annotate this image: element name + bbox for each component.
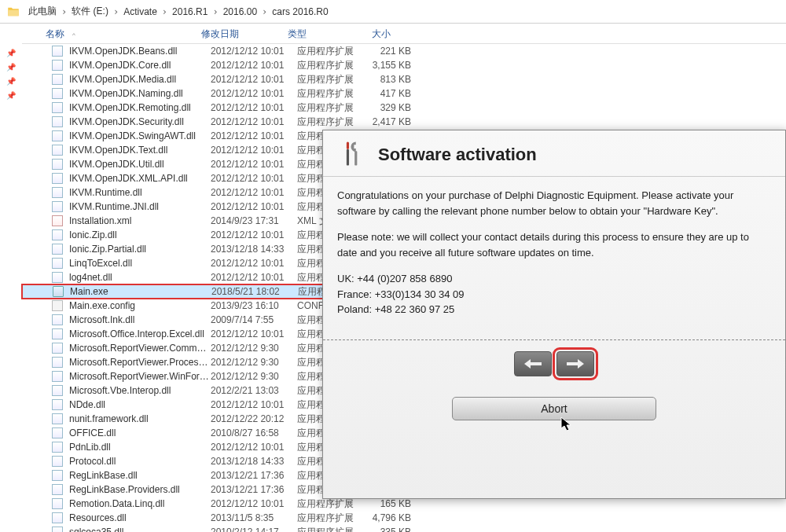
abort-button[interactable]: Abort <box>452 397 656 420</box>
file-icon <box>50 215 64 226</box>
file-icon <box>50 300 64 311</box>
file-row[interactable]: IKVM.OpenJDK.Core.dll2012/12/12 10:01应用程… <box>22 58 786 72</box>
file-size: 813 KB <box>368 74 423 85</box>
folder-icon <box>6 5 20 19</box>
file-date: 2014/9/23 17:31 <box>211 215 297 226</box>
pin-icon[interactable]: 📌 <box>0 88 22 102</box>
file-date: 2012/12/12 10:01 <box>211 46 297 57</box>
file-icon <box>50 385 64 396</box>
file-icon <box>50 116 64 127</box>
file-name: IKVM.OpenJDK.SwingAWT.dll <box>69 130 211 141</box>
file-date: 2012/12/12 10:01 <box>211 442 297 453</box>
file-name: Protocol.dll <box>69 456 211 467</box>
file-icon <box>50 60 64 71</box>
breadcrumb-part[interactable]: cars 2016.R0 <box>269 6 331 17</box>
file-row[interactable]: Resources.dll2013/11/5 8:35应用程序扩展4,796 K… <box>22 511 786 525</box>
file-name: sqlceca35.dll <box>69 526 211 532</box>
file-name: Microsoft.ReportViewer.ProcessingO... <box>69 357 211 368</box>
activation-dialog: Software activation Congratulations on y… <box>322 130 786 499</box>
file-date: 2009/7/14 7:55 <box>211 314 297 325</box>
file-icon <box>50 102 64 113</box>
file-name: Microsoft.Office.Interop.Excel.dll <box>69 328 211 339</box>
file-name: IKVM.OpenJDK.Security.dll <box>69 116 211 127</box>
file-date: 2012/12/12 10:01 <box>211 498 297 509</box>
file-size: 165 KB <box>368 498 423 509</box>
file-date: 2012/12/12 10:01 <box>211 60 297 71</box>
breadcrumb-part[interactable]: 软件 (E:) <box>68 5 112 18</box>
file-name: IKVM.OpenJDK.Remoting.dll <box>69 102 211 113</box>
file-name: Main.exe <box>70 286 211 297</box>
file-type: 应用程序扩展 <box>297 497 368 511</box>
file-name: Microsoft.Vbe.Interop.dll <box>69 385 211 396</box>
file-date: 2012/12/12 10:01 <box>211 258 297 269</box>
file-name: RegLinkBase.Providers.dll <box>69 484 211 495</box>
svg-rect-1 <box>347 149 349 166</box>
file-date: 2012/12/12 9:30 <box>211 371 297 382</box>
pin-icon[interactable]: 📌 <box>0 60 22 74</box>
arrow-right-icon <box>567 358 584 369</box>
dialog-title: Software activation <box>378 145 537 165</box>
file-name: Ionic.Zip.dll <box>69 229 211 240</box>
file-icon <box>50 314 64 325</box>
file-date: 2010/8/27 16:58 <box>211 427 297 438</box>
file-name: Microsoft.Ink.dll <box>69 314 211 325</box>
pin-icon[interactable]: 📌 <box>0 74 22 88</box>
file-icon <box>50 201 64 212</box>
file-date: 2012/12/12 10:01 <box>211 201 297 212</box>
breadcrumb-part[interactable]: 此电脑 <box>25 5 60 18</box>
column-name[interactable]: 名称^ <box>22 24 195 43</box>
file-row[interactable]: IKVM.OpenJDK.Naming.dll2012/12/12 10:01应… <box>22 86 786 101</box>
tools-icon <box>337 140 367 170</box>
file-icon <box>50 145 64 156</box>
file-icon <box>50 484 64 495</box>
column-date[interactable]: 修改日期 <box>195 24 281 43</box>
file-name: NDde.dll <box>69 399 211 410</box>
svg-rect-0 <box>347 141 349 149</box>
file-row[interactable]: IKVM.OpenJDK.Media.dll2012/12/12 10:01应用… <box>22 72 786 86</box>
pin-icon[interactable]: 📌 <box>0 46 22 60</box>
file-row[interactable]: IKVM.OpenJDK.Beans.dll2012/12/12 10:01应用… <box>22 44 786 58</box>
next-button[interactable] <box>556 351 594 376</box>
file-size: 2,417 KB <box>368 116 423 127</box>
file-name: IKVM.OpenJDK.Beans.dll <box>69 46 211 57</box>
file-row[interactable]: sqlceca35.dll2010/2/12 14:17应用程序扩展335 KB <box>22 525 786 532</box>
arrow-left-icon <box>524 358 542 369</box>
file-date: 2012/12/12 10:01 <box>211 102 297 113</box>
file-icon <box>50 343 64 354</box>
file-name: log4net.dll <box>69 272 211 283</box>
file-date: 2012/12/12 10:01 <box>211 272 297 283</box>
breadcrumb-part[interactable]: Activate <box>120 6 160 17</box>
file-date: 2012/12/12 10:01 <box>211 399 297 410</box>
file-icon <box>51 286 65 297</box>
file-name: IKVM.OpenJDK.Media.dll <box>69 74 211 85</box>
file-type: 应用程序扩展 <box>297 59 368 72</box>
file-name: IKVM.OpenJDK.XML.API.dll <box>69 173 211 184</box>
file-name: Main.exe.config <box>69 300 211 311</box>
file-row[interactable]: IKVM.OpenJDK.Remoting.dll2012/12/12 10:0… <box>22 101 786 115</box>
file-row[interactable]: IKVM.OpenJDK.Security.dll2012/12/12 10:0… <box>22 115 786 129</box>
column-type[interactable]: 类型 <box>281 24 352 43</box>
file-icon <box>50 328 64 339</box>
file-icon <box>50 526 64 532</box>
back-button[interactable] <box>514 351 552 376</box>
file-icon <box>50 498 64 509</box>
file-date: 2012/12/12 10:01 <box>211 116 297 127</box>
file-icon <box>50 371 64 382</box>
breadcrumb[interactable]: 此电脑› 软件 (E:)› Activate› 2016.R1› 2016.00… <box>0 0 786 24</box>
file-date: 2012/12/12 9:30 <box>211 357 297 368</box>
file-name: Microsoft.ReportViewer.Common.dll <box>69 343 211 354</box>
file-name: IKVM.OpenJDK.Naming.dll <box>69 88 211 99</box>
dialog-text: Congratulations on your purchase of Delp… <box>337 188 771 218</box>
file-type: 应用程序扩展 <box>297 87 368 101</box>
column-size[interactable]: 大小 <box>352 24 407 43</box>
file-name: OFFICE.dll <box>69 427 211 438</box>
file-name: Resources.dll <box>69 512 211 523</box>
breadcrumb-part[interactable]: 2016.00 <box>220 6 260 17</box>
file-date: 2013/12/21 17:36 <box>211 470 297 481</box>
file-icon <box>50 159 64 170</box>
file-date: 2010/2/12 14:17 <box>211 526 297 532</box>
file-icon <box>50 187 64 198</box>
file-name: Installation.xml <box>69 215 211 226</box>
breadcrumb-part[interactable]: 2016.R1 <box>169 6 211 17</box>
file-icon <box>50 399 64 410</box>
